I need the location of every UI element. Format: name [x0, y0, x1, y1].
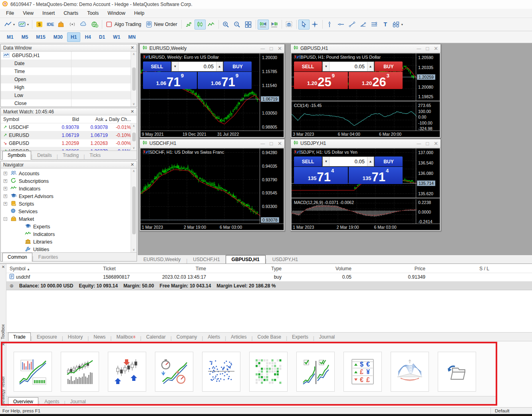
timeframe-m15[interactable]: M15	[32, 32, 49, 42]
navigator-item-indicators[interactable]: Indicators	[1, 230, 137, 238]
plus-circle-icon[interactable]: ⊕	[10, 283, 14, 289]
tester-tile-forward-test-check[interactable]	[296, 352, 335, 392]
dollar-button[interactable]: $	[34, 20, 45, 30]
minimize-icon[interactable]: —	[260, 141, 265, 146]
cloud-button[interactable]	[78, 20, 89, 30]
timeframe-m5[interactable]: M5	[18, 32, 32, 42]
timeframe-m1[interactable]: M1	[3, 32, 17, 42]
toolbox-tab-trade[interactable]: Trade	[8, 333, 31, 341]
tester-tile-math-distributions[interactable]	[391, 352, 429, 392]
minimize-icon[interactable]: —	[260, 46, 265, 51]
tile-windows-button[interactable]	[243, 20, 254, 30]
navigator-item-libraries[interactable]: Libraries	[1, 238, 137, 246]
screenshot-camera-button[interactable]	[284, 20, 295, 30]
menu-insert[interactable]: Insert	[38, 9, 59, 17]
tree-expander-icon[interactable]: +	[4, 194, 7, 198]
trade-col-sl[interactable]: S / L	[425, 266, 489, 271]
col-symbol[interactable]: Symbol	[1, 117, 48, 122]
trend-angle-button[interactable]	[358, 20, 369, 30]
volume-input[interactable]: 0.05	[330, 157, 367, 166]
menu-file[interactable]: File	[2, 9, 18, 17]
maximize-icon[interactable]: □	[426, 46, 429, 52]
close-icon[interactable]: ✕	[2, 342, 5, 347]
sell-price[interactable]: 1.06719	[143, 72, 197, 89]
tree-expander-icon[interactable]: −	[4, 217, 7, 221]
close-icon[interactable]: ✕	[131, 45, 134, 50]
navigator-item-services[interactable]: Services	[1, 208, 137, 215]
toolbox-tab-exposure[interactable]: Exposure	[32, 333, 62, 341]
trade-col-ticket[interactable]: Ticket	[103, 266, 155, 271]
chart-tab-usdchf-h1[interactable]: USDCHF,H1	[187, 256, 225, 263]
candlestick-chart-button[interactable]	[195, 20, 206, 30]
trade-col-price[interactable]: Price	[351, 266, 425, 271]
cursor-button[interactable]	[298, 20, 310, 30]
navigator-tab-favorites[interactable]: Favorites	[34, 253, 63, 261]
maximize-icon[interactable]: □	[270, 46, 273, 52]
menu-window[interactable]: Window	[103, 9, 129, 17]
trade-col-volume[interactable]: Volume	[282, 266, 351, 271]
sell-price[interactable]: 135714	[294, 167, 348, 184]
close-icon[interactable]: ✕	[2, 265, 5, 269]
chart-window-usdjpy[interactable]: USDJPY,H1 —□✕137.000136.540136.080135.71…	[290, 139, 441, 231]
crosshair-button[interactable]	[310, 20, 321, 30]
tester-tile-scatter-plot[interactable]	[202, 352, 240, 392]
time-scale[interactable]: 1 Mar 20232 Mar 19:006 Mar 03:00	[141, 224, 284, 230]
toolbox-tab-mailbox[interactable]: Mailbox8	[111, 333, 140, 341]
volume-up-button[interactable]: ▲	[367, 157, 374, 166]
tester-tile-optimization-stopwatch[interactable]	[155, 352, 193, 392]
objects-dropdown-button[interactable]: ▾	[391, 20, 405, 30]
close-icon[interactable]: ✕	[278, 141, 282, 147]
time-scale[interactable]: 1 Mar 20232 Mar 19:006 Mar 03:00	[292, 224, 440, 230]
chart-profile-dropdown-button[interactable]: ▾	[16, 20, 30, 30]
trendline-button[interactable]	[347, 20, 358, 30]
trade-col-symbol[interactable]: Symbol ▲	[6, 266, 103, 271]
broadcast-button[interactable]	[67, 20, 78, 30]
market-watch-tab-symbols[interactable]: Symbols	[2, 151, 31, 160]
volume-input[interactable]: 0.05	[179, 62, 216, 71]
tree-expander-icon[interactable]: +	[4, 187, 7, 190]
navigator-item-subscriptions[interactable]: +Subscriptions	[1, 177, 137, 185]
market-watch-tab-ticks[interactable]: Ticks	[85, 151, 105, 159]
time-scale[interactable]: 9 May 202119 Dec 202131 Jul 2022	[141, 131, 284, 137]
trade-position-row[interactable]: usdchf 15868908172023.02.03 13:45:17buy0…	[6, 273, 532, 281]
new-order-button[interactable]: New Order	[144, 20, 180, 30]
timeframe-d1[interactable]: D1	[95, 32, 109, 42]
chart-window-eurusd[interactable]: EURUSD,Weekly —□✕1.200301.157851.115401.…	[139, 44, 285, 138]
shift-end-button[interactable]	[258, 20, 269, 30]
sell-button[interactable]: SELL	[143, 61, 171, 71]
toolbox-tab-code-base[interactable]: Code Base	[253, 333, 286, 341]
ide-button[interactable]: IDE	[45, 20, 56, 30]
navigator-item-accounts[interactable]: +Accounts	[1, 170, 137, 177]
equidistant-channel-button[interactable]	[369, 20, 380, 30]
market-watch-row-usdcad[interactable]: ↗USDCAD 1.362661.363700.11%	[1, 147, 137, 151]
scrollbar[interactable]: ∧∨	[131, 52, 137, 107]
market-watch-row-gbpusd[interactable]: ↘GBPUSD 1.202591.20263-0.00%	[1, 139, 137, 147]
maximize-icon[interactable]: □	[426, 141, 429, 147]
timeframe-mn[interactable]: MN	[125, 32, 139, 42]
price-scale[interactable]: 137.000136.540136.080135.714135.620	[416, 149, 440, 198]
trade-col-time[interactable]: Time	[155, 266, 206, 271]
shift-begin-button[interactable]	[269, 20, 280, 30]
tester-tab-overview[interactable]: Overview	[8, 397, 38, 406]
buy-button[interactable]: BUY	[375, 61, 403, 71]
volume-up-button[interactable]: ▲	[216, 62, 223, 71]
buy-button[interactable]: BUY	[224, 61, 252, 71]
tester-tile-single-test-candles[interactable]	[61, 352, 99, 392]
buy-price[interactable]: 1.20263	[349, 72, 403, 89]
close-icon[interactable]: ✕	[434, 46, 438, 52]
tick-chart-button[interactable]	[183, 20, 195, 30]
chart-tab-eurusd-weekly[interactable]: EURUSD,Weekly	[138, 256, 186, 263]
scrollbar[interactable]: ∧∨	[131, 168, 137, 252]
price-scale[interactable]: 1.205901.203351.202591.200801.19825	[416, 53, 440, 101]
sell-button[interactable]: SELL	[294, 156, 322, 166]
tree-expander-icon[interactable]: +	[4, 172, 7, 175]
toolbox-tab-articles[interactable]: Articles	[226, 333, 251, 341]
market-bag-button[interactable]	[56, 20, 67, 30]
algo-trading-button[interactable]: Algo Trading	[104, 20, 143, 30]
close-icon[interactable]: ✕	[434, 141, 438, 147]
market-watch-tab-details[interactable]: Details	[32, 151, 57, 159]
timeframe-w1[interactable]: W1	[109, 32, 124, 42]
chart-tab-gbpusd-h1[interactable]: GBPUSD,H1	[226, 255, 266, 264]
zoom-out-button[interactable]	[232, 20, 243, 30]
minimize-icon[interactable]: —	[417, 46, 421, 51]
